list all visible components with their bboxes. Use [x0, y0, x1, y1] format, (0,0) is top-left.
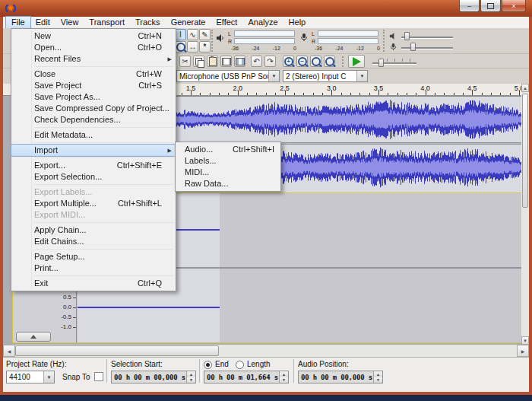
- file-menu-item-export-labels[interactable]: Export Labels...: [11, 186, 176, 198]
- undo-button[interactable]: ↶: [251, 56, 262, 67]
- file-menu-item-apply-chain[interactable]: Apply Chain...: [11, 224, 176, 236]
- file-menu-item-page-setup[interactable]: Page Setup...: [11, 251, 176, 263]
- file-menu-item-export-midi[interactable]: Export MIDI...: [11, 209, 176, 221]
- trim-audio-button[interactable]: [220, 56, 232, 67]
- fit-selection-button[interactable]: [310, 56, 321, 67]
- file-menu-item-recent-files[interactable]: Recent Files▶: [11, 53, 176, 65]
- audio-position-time: 00 h 00 m 00,000 s: [299, 371, 373, 383]
- vertical-scrollbar[interactable]: ▲ ▼: [521, 84, 529, 345]
- redo-button[interactable]: ↷: [264, 56, 276, 67]
- file-menu-item-save-compressed-copy-of-project[interactable]: Save Compressed Copy of Project...: [11, 103, 176, 114]
- menu-item-label: Save Project: [34, 80, 131, 91]
- recording-meter-left-bar[interactable]: [318, 30, 378, 37]
- file-menu-item-save-project-as[interactable]: Save Project As...: [11, 91, 176, 103]
- zoom-tool-button[interactable]: [175, 41, 186, 53]
- play-at-speed-button[interactable]: [348, 55, 365, 68]
- playback-meter-right-bar[interactable]: [234, 38, 295, 44]
- menubar-item-view[interactable]: View: [55, 17, 84, 28]
- menubar-item-effect[interactable]: Effect: [211, 17, 243, 28]
- scroll-right-button[interactable]: ▶: [517, 345, 529, 357]
- project-rate-dropdown[interactable]: 44100 ▼: [6, 371, 55, 383]
- end-radio-label[interactable]: End: [215, 360, 229, 368]
- maximize-button[interactable]: [480, 0, 501, 12]
- file-menu-item-edit-chains[interactable]: Edit Chains...: [11, 236, 176, 247]
- scroll-down-button[interactable]: ▼: [521, 336, 529, 345]
- scroll-up-button[interactable]: ▲: [521, 84, 529, 92]
- import-menu-item-raw-data[interactable]: Raw Data...: [176, 178, 280, 189]
- audio-position-timebox[interactable]: 00 h 00 m 00,000 s ▲▼: [298, 371, 383, 383]
- menu-separator: [34, 249, 174, 250]
- draw-tool-button[interactable]: ✎: [199, 29, 211, 40]
- meter-toolbar-grip[interactable]: [211, 30, 215, 52]
- file-menu-item-export-selection[interactable]: Export Selection...: [11, 171, 176, 183]
- file-menu-item-save-project[interactable]: Save ProjectCtrl+S: [11, 80, 176, 91]
- copy-button[interactable]: [193, 56, 204, 67]
- menubar-item-analyze[interactable]: Analyze: [242, 17, 283, 28]
- redo-icon: ↷: [267, 57, 273, 65]
- menubar-item-generate[interactable]: Generate: [166, 17, 211, 28]
- menu-item-shortcut: Ctrl+Shift+E: [109, 160, 162, 171]
- snap-to-checkbox[interactable]: [94, 372, 103, 381]
- file-menu-item-close[interactable]: CloseCtrl+W: [11, 68, 176, 80]
- ruler-tick: [322, 93, 323, 95]
- vertical-scroll-thumb[interactable]: [522, 94, 528, 208]
- file-menu-item-exit[interactable]: ExitCtrl+Q: [11, 278, 176, 289]
- output-volume-slider-thumb[interactable]: [404, 32, 410, 40]
- selection-start-timebox[interactable]: 00 h 00 m 00,000 s ▲▼: [111, 371, 196, 383]
- menu-item-label: Export Selection...: [34, 171, 162, 183]
- zoom-out-button[interactable]: −: [296, 56, 308, 67]
- menubar-item-help[interactable]: Help: [283, 17, 312, 28]
- paste-button[interactable]: [207, 56, 218, 67]
- playback-speed-slider-thumb[interactable]: [378, 59, 384, 67]
- file-menu-item-edit-metadata[interactable]: Edit Metadata...: [11, 129, 176, 141]
- mixer-toolbar-grip[interactable]: [383, 30, 387, 52]
- minimize-button[interactable]: –: [459, 0, 480, 12]
- track-collapse-button[interactable]: [16, 332, 51, 342]
- menubar-item-transport[interactable]: Transport: [84, 17, 130, 28]
- selection-tool-button[interactable]: I: [175, 29, 186, 40]
- horizontal-scroll-thumb[interactable]: [15, 345, 219, 356]
- title-bar[interactable]: – ×: [0, 0, 532, 17]
- file-menu-item-check-dependencies[interactable]: Check Dependencies...: [11, 114, 176, 126]
- file-menu-item-open[interactable]: Open...Ctrl+O: [11, 42, 176, 53]
- selection-end-timebox[interactable]: 00 h 00 m 01,664 s ▲▼: [204, 371, 289, 383]
- file-menu-item-import[interactable]: Import▶: [11, 145, 176, 156]
- silence-audio-button[interactable]: [234, 56, 245, 67]
- import-menu-item-midi[interactable]: MIDI...: [176, 167, 280, 178]
- time-spinner[interactable]: ▲▼: [186, 371, 195, 383]
- playback-meter-left-bar[interactable]: [234, 30, 295, 37]
- transcription-toolbar-grip[interactable]: [342, 56, 346, 67]
- menu-item-label: Apply Chain...: [34, 224, 162, 236]
- menubar-item-file[interactable]: File: [6, 17, 30, 28]
- import-menu-item-labels[interactable]: Labels...: [176, 155, 280, 167]
- end-radio[interactable]: [204, 361, 212, 369]
- length-radio[interactable]: [236, 361, 244, 369]
- import-menu-item-audio[interactable]: Audio...Ctrl+Shift+I: [176, 144, 280, 155]
- input-channels-dropdown[interactable]: 2 (Stereo) Input C ▼: [283, 70, 368, 82]
- input-device-dropdown[interactable]: Microphone (USB PnP Sound D ▼: [176, 70, 280, 82]
- file-menu-item-export-multiple[interactable]: Export Multiple...Ctrl+Shift+L: [11, 198, 176, 209]
- horizontal-scrollbar[interactable]: ◀ ▶: [3, 345, 529, 357]
- recording-meter-right-bar[interactable]: [318, 38, 378, 44]
- close-button[interactable]: ×: [502, 0, 526, 12]
- time-spinner[interactable]: ▲▼: [279, 371, 288, 383]
- scroll-left-button[interactable]: ◀: [3, 345, 15, 357]
- file-menu-item-print[interactable]: Print...: [11, 263, 176, 274]
- menubar-item-edit[interactable]: Edit: [30, 17, 55, 28]
- multi-tool-icon: *: [204, 43, 207, 51]
- file-menu-item-export[interactable]: Export...Ctrl+Shift+E: [11, 160, 176, 171]
- multi-tool-button[interactable]: *: [199, 41, 211, 53]
- input-volume-slider-thumb[interactable]: [410, 43, 416, 51]
- file-menu-item-new[interactable]: NewCtrl+N: [11, 30, 176, 42]
- paste-icon: [209, 57, 217, 66]
- length-radio-label[interactable]: Length: [247, 360, 271, 368]
- time-spinner[interactable]: ▲▼: [373, 371, 382, 383]
- zoom-in-button[interactable]: +: [283, 56, 294, 67]
- timeshift-tool-button[interactable]: ↔: [187, 41, 198, 53]
- menubar-item-tracks[interactable]: Tracks: [130, 17, 166, 28]
- envelope-tool-button[interactable]: ∿: [187, 29, 198, 40]
- fit-project-button[interactable]: [324, 56, 335, 67]
- cut-button[interactable]: ✂: [179, 56, 191, 67]
- input-volume-slider[interactable]: [401, 47, 453, 49]
- envelope-tool-icon: ∿: [189, 30, 195, 39]
